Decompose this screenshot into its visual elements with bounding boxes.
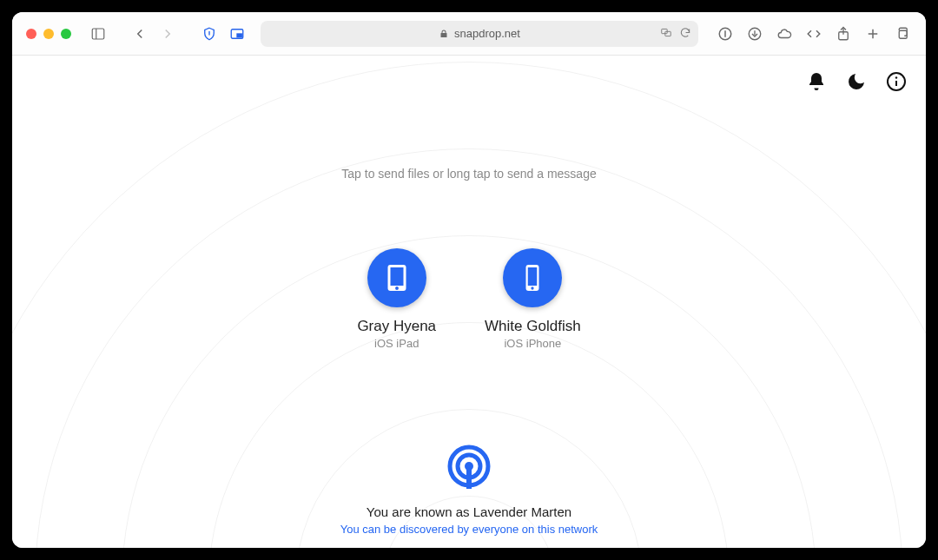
sidebar-toggle-icon[interactable] bbox=[89, 24, 108, 43]
back-button[interactable] bbox=[130, 24, 149, 43]
identity-text: You are known as Lavender Marten bbox=[367, 504, 571, 519]
maximize-window-button[interactable] bbox=[61, 29, 71, 39]
dev-tools-icon[interactable] bbox=[804, 24, 823, 43]
identity-name: Lavender Marten bbox=[473, 504, 571, 519]
dark-mode-icon[interactable] bbox=[846, 71, 867, 92]
new-tab-icon[interactable] bbox=[863, 24, 882, 43]
footer: You are known as Lavender Marten You can… bbox=[12, 440, 926, 536]
peer-white-goldfish[interactable]: White Goldfish iOS iPhone bbox=[485, 248, 581, 350]
page-content: Tap to send files or long tap to send a … bbox=[12, 56, 926, 548]
svg-rect-4 bbox=[237, 34, 241, 37]
info-icon[interactable] bbox=[886, 71, 907, 92]
peer-gray-hyena[interactable]: Gray Hyena iOS iPad bbox=[357, 248, 436, 350]
notifications-icon[interactable] bbox=[806, 71, 827, 92]
shield-icon[interactable] bbox=[200, 24, 219, 43]
snapdrop-logo-icon bbox=[441, 440, 497, 496]
browser-toolbar: snapdrop.net bbox=[12, 12, 926, 56]
cloud-icon[interactable] bbox=[775, 24, 794, 43]
svg-rect-20 bbox=[390, 267, 403, 286]
svg-point-24 bbox=[532, 287, 534, 289]
page-top-actions bbox=[806, 71, 907, 92]
reload-icon[interactable] bbox=[679, 26, 691, 41]
window-controls bbox=[26, 29, 71, 39]
svg-rect-28 bbox=[466, 466, 472, 489]
browser-window: snapdrop.net bbox=[12, 12, 926, 548]
close-window-button[interactable] bbox=[26, 29, 36, 39]
tablet-icon bbox=[367, 248, 426, 307]
discover-text[interactable]: You can be discovered by everyone on thi… bbox=[340, 523, 598, 536]
svg-point-18 bbox=[895, 76, 897, 78]
tabs-overview-icon[interactable] bbox=[893, 24, 912, 43]
svg-rect-0 bbox=[92, 29, 104, 39]
share-icon[interactable] bbox=[834, 24, 853, 43]
peers-list: Gray Hyena iOS iPad White Goldfish iOS i… bbox=[12, 248, 926, 350]
identity-prefix: You are known as bbox=[367, 504, 473, 519]
lock-icon bbox=[439, 29, 449, 39]
peer-name: Gray Hyena bbox=[357, 318, 436, 335]
minimize-window-button[interactable] bbox=[43, 29, 54, 39]
svg-rect-23 bbox=[528, 267, 538, 286]
peer-device: iOS iPad bbox=[374, 337, 419, 350]
svg-rect-15 bbox=[899, 30, 907, 38]
password-manager-icon[interactable] bbox=[716, 24, 735, 43]
translate-icon[interactable] bbox=[660, 26, 672, 41]
toolbar-right bbox=[716, 24, 912, 43]
peer-name: White Goldfish bbox=[485, 318, 581, 335]
instruction-text: Tap to send files or long tap to send a … bbox=[12, 167, 926, 181]
address-bar[interactable]: snapdrop.net bbox=[261, 21, 698, 47]
picture-in-picture-icon[interactable] bbox=[228, 24, 247, 43]
downloads-icon[interactable] bbox=[745, 24, 764, 43]
address-bar-actions bbox=[660, 26, 691, 41]
forward-button[interactable] bbox=[158, 24, 177, 43]
address-bar-text: snapdrop.net bbox=[454, 27, 520, 40]
peer-device: iOS iPhone bbox=[504, 337, 561, 350]
phone-icon bbox=[503, 248, 562, 307]
svg-point-21 bbox=[395, 287, 399, 290]
